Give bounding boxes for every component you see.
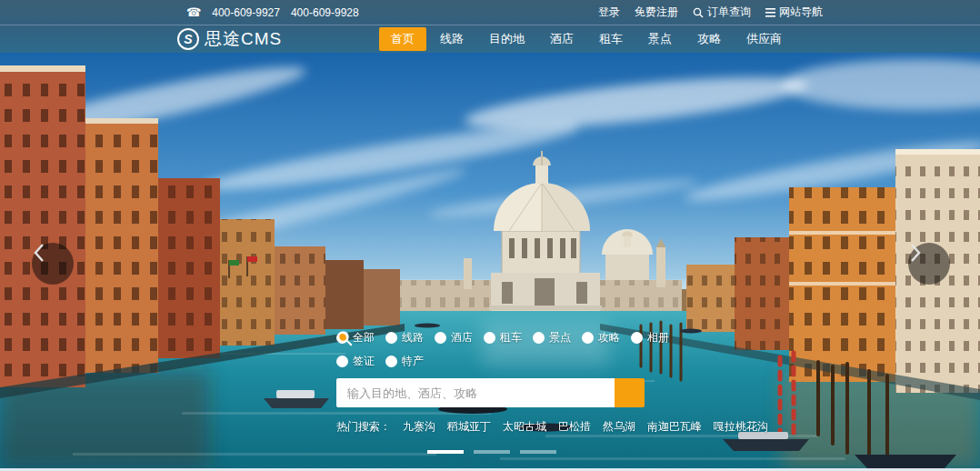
phone-number-2: 400-609-9928 [291, 6, 359, 19]
chevron-left-icon [32, 243, 46, 263]
login-label: 登录 [598, 5, 620, 20]
radio-icon [336, 356, 348, 367]
search-category-radio[interactable]: 酒店 [435, 330, 473, 346]
main-menu: 首页线路目的地酒店租车景点攻略供应商 [377, 27, 794, 51]
search-icon [336, 330, 353, 346]
logo-icon: S [177, 28, 199, 50]
carousel-next-button[interactable] [908, 243, 950, 285]
category-label: 租车 [500, 330, 522, 346]
topbar: ☎ 400-609-9927 400-609-9928 登录 免费注册 订单查询… [0, 0, 980, 25]
radio-icon [631, 332, 643, 344]
phone-icon: ☎ [186, 6, 201, 18]
chevron-right-icon [908, 243, 923, 263]
category-label: 酒店 [451, 330, 473, 346]
register-label: 免费注册 [635, 5, 678, 20]
category-label: 特产 [402, 354, 424, 369]
hero-banner: 全部 线路 酒店 租车 [0, 53, 980, 468]
radio-icon [533, 332, 545, 344]
search-panel: 全部 线路 酒店 租车 [336, 330, 718, 435]
nav-item[interactable]: 酒店 [538, 27, 585, 51]
hot-search-term[interactable]: 九寨沟 [403, 419, 435, 435]
category-label: 全部 [353, 330, 375, 346]
topbar-links: 登录 免费注册 订单查询 网站导航 [598, 5, 823, 20]
radio-icon [435, 332, 446, 344]
header: ☎ 400-609-9927 400-609-9928 登录 免费注册 订单查询… [0, 0, 980, 53]
nav-item[interactable]: 景点 [636, 27, 684, 51]
hot-search: 热门搜索： 九寨沟稻城亚丁太昭古城巴松措然乌湖南迦巴瓦峰嘎拉桃花沟 [336, 419, 718, 435]
search-category-radio[interactable]: 特产 [385, 354, 424, 369]
search-category-radio[interactable]: 签证 [336, 354, 375, 369]
logo[interactable]: S 思途CMS [177, 27, 282, 51]
contact-phones: ☎ 400-609-9927 400-609-9928 [186, 6, 359, 19]
search-category-radio[interactable]: 租车 [484, 330, 522, 346]
hot-search-terms: 九寨沟稻城亚丁太昭古城巴松措然乌湖南迦巴瓦峰嘎拉桃花沟 [403, 419, 768, 435]
login-link[interactable]: 登录 [598, 5, 620, 20]
nav-item[interactable]: 线路 [428, 27, 475, 51]
category-label: 景点 [549, 330, 571, 346]
nav-item[interactable]: 攻略 [685, 27, 733, 51]
radio-icon [484, 332, 495, 344]
order-query-link[interactable]: 订单查询 [693, 5, 751, 20]
hot-search-label: 热门搜索： [336, 419, 391, 435]
site-nav-link[interactable]: 网站导航 [765, 5, 823, 20]
carousel-prev-button[interactable] [32, 243, 74, 285]
carousel-indicators [427, 450, 556, 454]
search-input[interactable] [336, 378, 615, 407]
search-category-radio[interactable]: 景点 [533, 330, 571, 346]
hot-search-term[interactable]: 南迦巴瓦峰 [647, 419, 702, 435]
logo-monogram: S [184, 32, 192, 46]
radio-icon [385, 332, 397, 344]
search-button[interactable] [615, 378, 645, 407]
register-link[interactable]: 免费注册 [635, 5, 678, 20]
hot-search-term[interactable]: 太昭古城 [503, 419, 546, 435]
menu-icon [765, 8, 775, 17]
nav-item[interactable]: 首页 [379, 27, 426, 51]
carousel-indicator[interactable] [427, 450, 464, 454]
site-nav-label: 网站导航 [779, 5, 823, 20]
hot-search-term[interactable]: 嘎拉桃花沟 [714, 419, 768, 435]
radio-icon [582, 332, 594, 344]
nav-item[interactable]: 目的地 [477, 27, 536, 51]
logo-text: 思途CMS [205, 27, 282, 51]
category-label: 相册 [647, 330, 669, 346]
carousel-indicator[interactable] [474, 450, 510, 454]
hot-search-term[interactable]: 稻城亚丁 [447, 419, 491, 435]
search-bar [336, 378, 718, 407]
page: ☎ 400-609-9927 400-609-9928 登录 免费注册 订单查询… [0, 0, 980, 471]
category-label: 攻略 [598, 330, 620, 346]
search-category-radio[interactable]: 线路 [385, 330, 424, 346]
search-category-radio[interactable]: 相册 [631, 330, 669, 346]
carousel-indicator[interactable] [520, 450, 556, 454]
order-query-label: 订单查询 [707, 5, 751, 20]
navbar: S 思途CMS 首页线路目的地酒店租车景点攻略供应商 [0, 25, 980, 52]
nav-item[interactable]: 租车 [587, 27, 635, 51]
hot-search-term[interactable]: 然乌湖 [603, 419, 635, 435]
hot-search-term[interactable]: 巴松措 [558, 419, 591, 435]
phone-number-1: 400-609-9927 [212, 6, 280, 19]
search-category-radio[interactable]: 攻略 [582, 330, 620, 346]
category-label: 签证 [353, 354, 375, 369]
radio-icon [385, 356, 397, 367]
search-category-options: 全部 线路 酒店 租车 [336, 330, 700, 369]
nav-item[interactable]: 供应商 [735, 27, 794, 51]
search-icon [693, 7, 704, 18]
category-label: 线路 [402, 330, 424, 346]
